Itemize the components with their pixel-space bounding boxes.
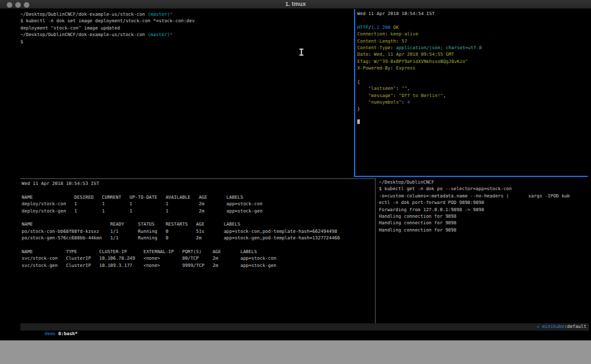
text-run: 57 (401, 39, 406, 44)
text-run: 1.1 200 (371, 25, 391, 30)
terminal-line: Connection: keep-alive (357, 31, 588, 37)
terminal-line (357, 119, 588, 126)
terminal-line: deployment "stock-con" image updated (20, 25, 352, 31)
pane-shell-top-left[interactable]: ~/Desktop/DublinCNCF/dok-example-us/stoc… (20, 11, 352, 45)
status-bar-right: ✳ minikube:default (536, 323, 586, 331)
terminal-line: Wed 11 Apr 2018 10:54:53 IST (22, 180, 374, 187)
pane-kubectl-watch-bottom-left[interactable]: Wed 11 Apr 2018 10:54:53 ISTNAME DESIRED… (22, 180, 374, 269)
text-run: Express (396, 66, 416, 71)
terminal-line: Handling connection for 9898 (379, 213, 589, 220)
terminal-line: deploy/stock-con 1 1 1 1 2m app=stock-co… (22, 201, 374, 207)
pane-port-forward-bottom-right[interactable]: ~/Desktop/DublinCNCF$ kubectl get -n dok… (379, 179, 589, 233)
terminal-line: ~/Desktop/DublinCNCF (379, 179, 589, 186)
terminal-line: $ kubectl -n dok set image deployment/st… (20, 18, 352, 24)
terminal-line: ~/Desktop/DublinCNCF/dok-example-us/stoc… (20, 31, 352, 38)
text-run: NAME TYPE CLUSTER-IP EXTERNAL-IP PORT(S)… (22, 249, 257, 254)
terminal-line: "lastseen": "", (357, 85, 588, 92)
text-run: : (401, 100, 406, 105)
text-run: "message" (357, 93, 393, 98)
terminal-line: deploy/stock-gen 1 1 1 1 2m app=stock-ge… (22, 208, 374, 214)
terminal-line (357, 72, 588, 79)
text-run: Handling connection for 9898 (379, 228, 456, 233)
text-run: svc/stock-con ClusterIP 10.106.78.249 <n… (22, 256, 276, 261)
terminal-line: } (357, 106, 588, 112)
tmux-window-item-active[interactable]: 0:bash* (58, 331, 78, 336)
screenshot-root: 1. tmux ~/Desktop/DublinCNCF/dok-example… (0, 0, 591, 364)
text-run: ~/Desktop/DublinCNCF/dok-example-us/stoc… (20, 12, 148, 17)
text-run: : (393, 93, 399, 98)
pane-border-vertical-bottom[interactable] (375, 179, 376, 323)
text-run: $ (20, 39, 23, 45)
text-run: ectl -n dok port-forward POD 9898:9898 (379, 200, 484, 205)
text-run: Handling connection for 9898 (379, 220, 456, 226)
text-run: (master) (148, 32, 170, 37)
kube-namespace-label: :default (564, 324, 586, 329)
terminal-line: $ kubectl get -n dok po --selector=app=s… (379, 186, 589, 192)
terminal-line: po/stock-gen-576cc688bb-44kmn 1/1 Runnin… (22, 235, 374, 241)
terminal-line: svc/stock-gen ClusterIP 10.109.3.177 <no… (22, 262, 374, 269)
terminal-line: { (357, 79, 588, 85)
window-titlebar[interactable]: 1. tmux (0, 0, 591, 9)
zoom-button[interactable] (24, 2, 30, 8)
text-run: "" (401, 86, 406, 91)
text-run: Wed 11 Apr 2018 10:54:54 IST (357, 11, 435, 16)
text-run: po/stock-con-bb68f88fd-kzsxz 1/1 Running… (22, 229, 337, 234)
minimize-button[interactable] (15, 2, 21, 8)
pane-http-watch-top-right[interactable]: Wed 11 Apr 2018 10:54:54 ISTHTTP/1.1 200… (357, 10, 588, 127)
text-run: "Off to Berlin!" (399, 93, 443, 98)
terminal-line: NAME DESIRED CURRENT UP-TO-DATE AVAILABL… (22, 194, 374, 201)
terminal-line: Handling connection for 9898 (379, 220, 589, 226)
text-run: , (443, 93, 446, 98)
terminal-line (22, 187, 374, 193)
text-run: NAME READY STATUS RESTARTS AGE LABELS (22, 222, 240, 227)
text-run: Wed, 11 Apr 2018 09:54:55 GMT (374, 52, 454, 57)
text-run: OK (391, 25, 399, 30)
terminal-line: Forwarding from 127.0.0.1:9898 -> 9898 (379, 207, 589, 213)
text-run: Content-Length (357, 39, 396, 44)
pane-border-horizontal-right[interactable] (354, 176, 588, 177)
terminal-line: NAME READY STATUS RESTARTS AGE LABELS (22, 221, 374, 228)
terminal-line (22, 214, 374, 221)
tmux-terminal: ~/Desktop/DublinCNCF/dok-example-us/stoc… (0, 9, 591, 340)
text-run: } (357, 106, 360, 111)
text-run: Handling connection for 9898 (379, 214, 456, 219)
text-run: (master) (148, 12, 170, 17)
pane-border-horizontal-left[interactable] (20, 178, 376, 179)
text-run: $ kubectl -n dok set image deployment/st… (20, 18, 195, 24)
close-button[interactable] (7, 2, 12, 8)
pane-border-vertical-top[interactable] (354, 9, 355, 176)
text-run: * (170, 32, 173, 37)
traffic-lights (7, 2, 30, 8)
terminal-line (357, 113, 588, 119)
terminal-line: ~/Desktop/DublinCNCF/dok-example-us/stoc… (20, 11, 352, 18)
text-run: keep-alive (391, 31, 418, 37)
text-run: { (357, 79, 360, 85)
terminal-cursor (357, 119, 360, 124)
terminal-line: ectl -n dok port-forward POD 9898:9898 (379, 199, 589, 206)
text-run: W/"39-0xBPf9aF1dXVNkhsxoBQgJ8vKzo" (374, 59, 468, 64)
text-run: application/json; charset=utf-8 (396, 45, 482, 51)
terminal-line: -o=custom-columns=:metadata.name --no-he… (379, 193, 589, 199)
text-run: , (407, 86, 410, 91)
terminal-line: X-Powered-By: Express (357, 65, 588, 71)
text-run: deploy/stock-con 1 1 1 1 2m app=stock-co… (22, 201, 263, 207)
terminal-line: Handling connection for 9898 (379, 227, 589, 233)
terminal-line: $ (20, 39, 352, 45)
terminal-line (22, 242, 374, 249)
terminal-line: NAME TYPE CLUSTER-IP EXTERNAL-IP PORT(S)… (22, 249, 374, 255)
text-run: Wed 11 Apr 2018 10:54:53 IST (22, 181, 99, 186)
terminal-line: po/stock-con-bb68f88fd-kzsxz 1/1 Running… (22, 228, 374, 235)
terminal-line (357, 17, 588, 24)
text-run: Connection (357, 31, 385, 37)
text-run: HTTP (357, 25, 368, 30)
text-run: deploy/stock-gen 1 1 1 1 2m app=stock-ge… (22, 209, 263, 214)
text-run: ~/Desktop/DublinCNCF/dok-example-us/stoc… (20, 32, 148, 37)
text-run: ETag (357, 59, 368, 64)
text-run: 4 (407, 100, 410, 105)
mouse-cursor-ibeam-icon (301, 49, 302, 56)
desktop-background (0, 340, 591, 364)
text-run: Forwarding from 127.0.0.1:9898 -> 9898 (379, 207, 484, 212)
terminal-line: Content-Type: application/json; charset=… (357, 45, 588, 51)
text-run: po/stock-gen-576cc688bb-44kmn 1/1 Runnin… (22, 235, 340, 241)
terminal-line: "numsymbols": 4 (357, 99, 588, 106)
